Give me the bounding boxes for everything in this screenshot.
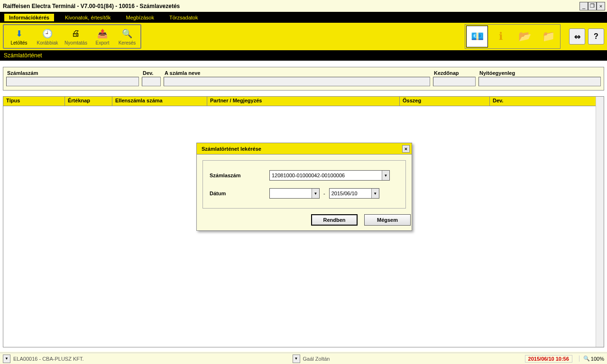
account-no-input[interactable] (6, 77, 139, 86)
opening-balance-label: Nyitóegyenleg (478, 67, 601, 77)
scrollbar-placeholder[interactable] (596, 97, 604, 347)
account-name-input[interactable] (164, 77, 430, 86)
search-button[interactable]: 🔍 Keresés (115, 26, 139, 47)
zoom-icon: 🔍 (583, 355, 590, 362)
view-title: Számlatörténet (0, 50, 607, 61)
menu-torzsadatok[interactable]: Törzsadatok (165, 12, 203, 23)
toolbar: ⬇ Letöltés 🕘 Korábbiak 🖨 Nyomtatás 📤 Exp… (0, 23, 607, 50)
earlier-button[interactable]: 🕘 Korábbiak (33, 26, 62, 47)
download-icon: ⬇ (13, 28, 25, 39)
dialog-close-button[interactable]: × (402, 145, 410, 153)
tool-group-main: ⬇ Letöltés 🕘 Korábbiak 🖨 Nyomtatás 📤 Exp… (3, 24, 141, 49)
opening-balance-input[interactable] (478, 77, 601, 86)
th-counteraccount[interactable]: Ellenszámla száma (112, 97, 207, 106)
th-type[interactable]: Típus (3, 97, 65, 106)
status-user-dropdown[interactable]: ▼ (293, 355, 300, 363)
th-valuedate[interactable]: Értéknap (65, 97, 112, 106)
th-curr[interactable]: Dev. (490, 97, 604, 106)
chevron-down-icon[interactable]: ▼ (371, 189, 379, 198)
th-partner[interactable]: Partner / Megjegyzés (207, 97, 400, 106)
export-button[interactable]: 📤 Export (90, 26, 115, 47)
close-button[interactable]: × (597, 2, 605, 10)
status-datetime: 2015/06/10 10:56 (525, 355, 572, 363)
chevron-down-icon[interactable]: ▼ (312, 189, 319, 198)
status-user: Gaál Zoltán (303, 356, 330, 362)
status-company: ELA00016 - CBA-PLUSZ KFT. (13, 356, 84, 362)
download-button[interactable]: ⬇ Letöltés (5, 26, 33, 47)
history-request-dialog: Számlatörténet lekérése × Számlaszám ▼ D… (196, 143, 412, 231)
window-title: Raiffeisen Electra Terminál - V7.00-01(8… (3, 3, 579, 9)
magnifier-icon: 🔍 (121, 28, 133, 39)
info-icon[interactable]: ℹ (490, 26, 512, 47)
dialog-account-combo[interactable]: ▼ (269, 170, 390, 181)
dialog-date-label: Dátum (210, 191, 269, 196)
restore-button[interactable]: ❐ (588, 2, 597, 10)
dialog-date-to-combo[interactable]: ▼ (329, 188, 379, 199)
dialog-title: Számlatörténet lekérése (202, 146, 402, 152)
currency-input[interactable] (142, 77, 161, 86)
currency-label: Dev. (142, 67, 161, 77)
dialog-date-to-input[interactable] (330, 189, 371, 198)
printer-icon: 🖨 (70, 28, 82, 39)
minimize-button[interactable]: _ (579, 2, 588, 10)
ok-button[interactable]: Rendben (311, 214, 358, 226)
link-button[interactable]: ⇔ (569, 28, 585, 45)
export-icon: 📤 (97, 28, 108, 39)
folder-arrow-icon[interactable]: 📂 (514, 26, 535, 47)
th-amount[interactable]: Összeg (400, 97, 490, 106)
dialog-account-input[interactable] (270, 171, 382, 180)
dialog-account-label: Számlaszám (210, 173, 269, 178)
menu-megbizasok[interactable]: Megbízások (121, 12, 159, 23)
menu-kivonatok[interactable]: Kivonatok, értesítők (60, 12, 116, 23)
window-titlebar: Raiffeisen Electra Terminál - V7.00-01(8… (0, 0, 607, 12)
menu-bar: Információkérés Kivonatok, értesítők Meg… (0, 12, 607, 23)
status-bar: ▼ ELA00016 - CBA-PLUSZ KFT. ▼ Gaál Zoltá… (0, 353, 607, 364)
filter-panel: Számlaszám Dev. A számla neve Kezdőnap N… (3, 67, 604, 91)
start-date-input[interactable] (433, 77, 476, 86)
start-date-label: Kezdőnap (433, 67, 476, 77)
clock-download-icon: 🕘 (42, 28, 53, 39)
account-name-label: A számla neve (164, 67, 430, 77)
status-zoom: 🔍 100% (579, 355, 604, 362)
account-no-label: Számlaszám (6, 67, 139, 77)
money-icon[interactable]: 💶 (466, 26, 488, 47)
toolbar-right-group: 💶 ℹ 📂 📁 (465, 24, 561, 49)
menu-informaciokeres[interactable]: Információkérés (4, 13, 55, 22)
dialog-titlebar: Számlatörténet lekérése × (197, 143, 412, 155)
chevron-down-icon[interactable]: ▼ (382, 171, 389, 180)
print-button[interactable]: 🖨 Nyomtatás (62, 26, 90, 47)
cancel-button[interactable]: Mégsem (364, 214, 411, 226)
dialog-date-from-combo[interactable]: ▼ (269, 188, 320, 199)
help-button[interactable]: ? (588, 28, 604, 45)
folder-icon[interactable]: 📁 (537, 26, 559, 47)
dialog-date-from-input[interactable] (270, 189, 312, 198)
zoom-value: 100% (591, 356, 604, 362)
status-company-dropdown[interactable]: ▼ (3, 355, 10, 363)
date-range-separator: - (320, 191, 329, 196)
table-header-row: Típus Értéknap Ellenszámla száma Partner… (3, 97, 604, 106)
